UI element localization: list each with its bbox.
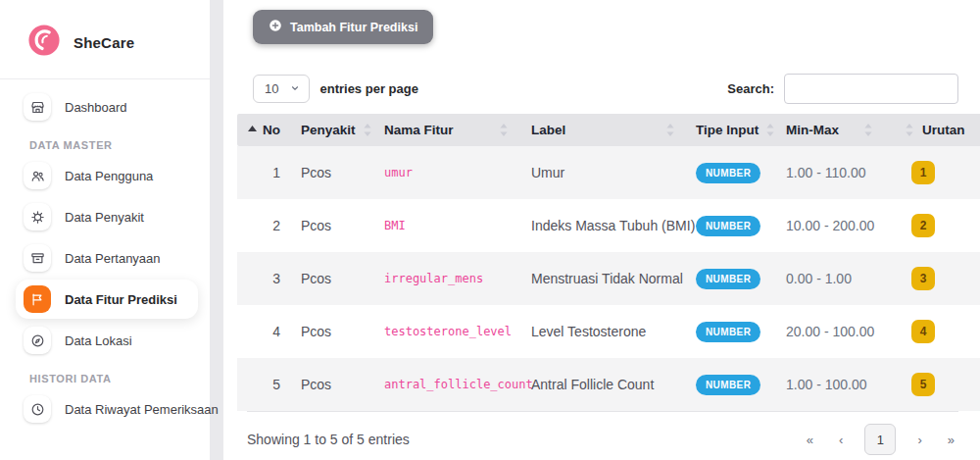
- cell-min-max: 10.00 - 200.00: [772, 218, 882, 233]
- column-header-penyakit[interactable]: Penyakit: [288, 123, 370, 137]
- cell-penyakit: Pcos: [288, 165, 370, 180]
- table-body: 1PcosumurUmurNUMBER1.00 - 110.0012PcosBM…: [237, 146, 980, 411]
- cell-label: Indeks Massa Tubuh (BMI): [517, 218, 684, 233]
- cell-urutan: 1: [882, 161, 980, 184]
- tipe-input-badge: NUMBER: [696, 322, 760, 342]
- sidebar-item-data-pengguna[interactable]: Data Pengguna: [16, 156, 198, 195]
- cell-nama-fitur: BMI: [370, 219, 517, 232]
- column-header-label[interactable]: Label: [517, 123, 684, 137]
- add-feature-button-label: Tambah Fitur Prediksi: [290, 21, 417, 34]
- virus-icon: [24, 203, 51, 230]
- column-header-nama-fitur[interactable]: Nama Fitur: [370, 123, 517, 137]
- entries-summary: Showing 1 to 5 of 5 entries: [247, 432, 410, 447]
- search-label: Search:: [727, 81, 774, 96]
- table-row: 5Pcosantral_follicle_countAntral Follicl…: [237, 358, 980, 411]
- table-row: 3Pcosirregular_mensMenstruasi Tidak Norm…: [237, 252, 980, 305]
- table-row: 1PcosumurUmurNUMBER1.00 - 110.001: [237, 146, 980, 199]
- urutan-badge: 5: [911, 373, 935, 396]
- sidebar-item-data-lokasi[interactable]: Data Lokasi: [16, 321, 198, 360]
- page-size-select[interactable]: 10: [253, 75, 310, 103]
- cell-no: 4: [237, 324, 288, 339]
- sidebar-item-data-riwayat-pemeriksaan[interactable]: Data Riwayat Pemeriksaan: [16, 389, 198, 429]
- cell-label: Level Testosterone: [517, 324, 684, 339]
- app-title: SheCare: [74, 34, 134, 51]
- sidebar-item-label: Data Riwayat Pemeriksaan: [65, 402, 219, 417]
- pagination-next-button[interactable]: ›: [913, 431, 925, 449]
- sidebar-nav: DashboardDATA MASTERData PenggunaData Pe…: [0, 87, 210, 429]
- sidebar-item-data-penyakit[interactable]: Data Penyakit: [16, 197, 198, 236]
- sidebar-item-data-pertanyaan[interactable]: Data Pertanyaan: [16, 238, 198, 278]
- cell-urutan: 5: [882, 373, 980, 396]
- sidebar-item-label: Data Penyakit: [65, 210, 144, 225]
- cell-tipe-input: NUMBER: [684, 322, 772, 342]
- sidebar-item-dashboard[interactable]: Dashboard: [16, 87, 198, 127]
- sidebar-item-label: Data Pertanyaan: [65, 251, 161, 266]
- column-header-min-max[interactable]: Min-Max: [772, 123, 882, 137]
- table-footer: Showing 1 to 5 of 5 entries « ‹ 1 › »: [247, 411, 958, 455]
- search-input[interactable]: [784, 74, 958, 104]
- sidebar-section-label: HISTORI DATA: [29, 373, 210, 384]
- users-icon: [24, 162, 51, 189]
- cell-no: 1: [237, 165, 288, 180]
- brand[interactable]: SheCare: [0, 0, 210, 61]
- sidebar-section-label: DATA MASTER: [29, 139, 210, 151]
- sidebar-divider: [0, 78, 210, 79]
- cell-min-max: 1.00 - 110.00: [772, 165, 882, 180]
- pagination: « ‹ 1 › »: [803, 424, 958, 455]
- cell-min-max: 1.00 - 100.00: [772, 377, 882, 392]
- cell-tipe-input: NUMBER: [684, 269, 772, 289]
- sidebar-item-label: Data Lokasi: [65, 333, 132, 348]
- sidebar-item-data-fitur-prediksi[interactable]: Data Fitur Prediksi: [16, 280, 198, 319]
- tipe-input-badge: NUMBER: [696, 375, 760, 395]
- plus-circle-icon: [269, 19, 282, 35]
- page: SheCare DashboardDATA MASTERData Penggun…: [0, 0, 980, 460]
- pagination-last-button[interactable]: »: [944, 431, 958, 449]
- store-icon: [24, 93, 51, 121]
- cell-tipe-input: NUMBER: [684, 216, 772, 236]
- column-header-no[interactable]: No: [237, 123, 288, 137]
- archive-icon: [24, 244, 51, 272]
- cell-label: Menstruasi Tidak Normal: [517, 271, 684, 286]
- sort-icon: [864, 124, 872, 136]
- sort-icon: [906, 124, 913, 136]
- sidebar-item-label: Data Fitur Prediksi: [65, 292, 177, 307]
- cell-no: 3: [237, 271, 288, 286]
- cell-nama-fitur: irregular_mens: [370, 272, 517, 285]
- sidebar-item-label: Dashboard: [65, 100, 127, 115]
- urutan-badge: 1: [911, 161, 935, 184]
- page-size-value: 10: [265, 81, 278, 96]
- main-content: Tambah Fitur Prediksi 10 entries per pag…: [223, 0, 980, 460]
- pagination-page-1-button[interactable]: 1: [864, 424, 896, 455]
- cell-tipe-input: NUMBER: [684, 163, 772, 183]
- pagination-prev-button[interactable]: ‹: [835, 431, 847, 449]
- cell-label: Umur: [517, 165, 684, 180]
- tipe-input-badge: NUMBER: [696, 163, 760, 183]
- cell-label: Antral Follicle Count: [517, 377, 684, 392]
- data-table: No Penyakit Nama Fitur Label Tipe Input: [237, 114, 980, 411]
- tipe-input-badge: NUMBER: [696, 216, 760, 236]
- sidebar-item-label: Data Pengguna: [65, 169, 153, 183]
- history-icon: [24, 395, 51, 423]
- cell-penyakit: Pcos: [288, 271, 370, 286]
- pagination-first-button[interactable]: «: [803, 431, 817, 449]
- cell-nama-fitur: antral_follicle_count: [370, 378, 517, 391]
- column-header-tipe-input[interactable]: Tipe Input: [684, 123, 772, 137]
- cell-no: 2: [237, 218, 288, 233]
- entries-per-page-label: entries per page: [319, 81, 417, 96]
- column-header-urutan[interactable]: Urutan: [882, 123, 980, 137]
- table-row: 2PcosBMIIndeks Massa Tubuh (BMI)NUMBER10…: [237, 199, 980, 252]
- sort-icon: [666, 124, 674, 136]
- table-row: 4Pcostestosterone_levelLevel Testosteron…: [237, 305, 980, 358]
- urutan-badge: 3: [911, 267, 935, 290]
- urutan-badge: 4: [911, 320, 935, 343]
- cell-tipe-input: NUMBER: [684, 375, 772, 395]
- cell-no: 5: [237, 377, 288, 392]
- cell-penyakit: Pcos: [288, 218, 370, 233]
- cell-urutan: 4: [882, 320, 980, 343]
- tipe-input-badge: NUMBER: [696, 269, 760, 289]
- add-feature-button[interactable]: Tambah Fitur Prediksi: [253, 10, 433, 44]
- cell-penyakit: Pcos: [288, 324, 370, 339]
- sidebar: SheCare DashboardDATA MASTERData Penggun…: [0, 0, 210, 460]
- cell-min-max: 20.00 - 100.00: [772, 324, 882, 339]
- compass-icon: [24, 327, 51, 354]
